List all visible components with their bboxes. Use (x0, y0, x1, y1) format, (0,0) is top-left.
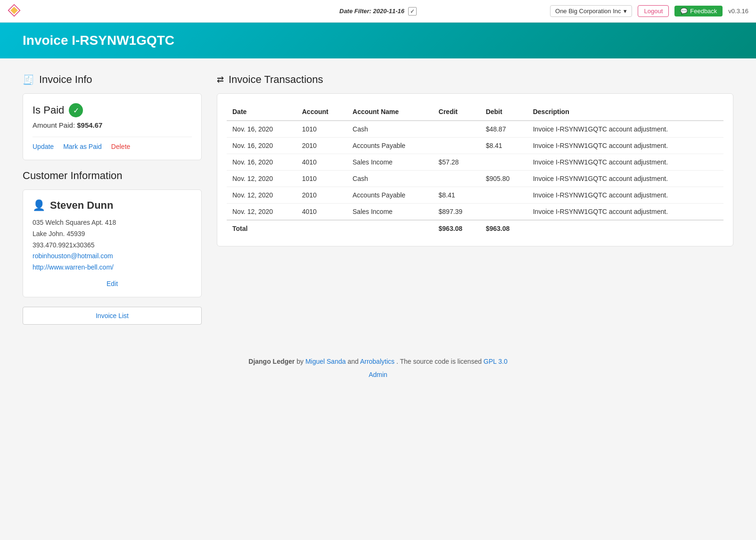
cell-description: Invoice I-RSYNW1GQTC account adjustment. (527, 154, 723, 171)
cell-description: Invoice I-RSYNW1GQTC account adjustment. (527, 138, 723, 154)
customer-email-link[interactable]: robinhouston@hotmail.com (33, 252, 113, 260)
footer-admin-link[interactable]: Admin (369, 371, 387, 378)
footer: Django Ledger by Miguel Sanda and Arroba… (0, 340, 756, 396)
cell-credit (433, 138, 480, 154)
person-icon: 👤 (33, 199, 45, 212)
customer-address-line2: Lake John. 45939 (33, 229, 192, 240)
customer-email: robinhouston@hotmail.com (33, 251, 192, 262)
mark-as-paid-button[interactable]: Mark as Paid (63, 143, 102, 150)
invoice-info-title: 🧾 Invoice Info (23, 74, 202, 86)
total-credit: $963.08 (433, 220, 480, 237)
cell-description: Invoice I-RSYNW1GQTC account adjustment. (527, 204, 723, 221)
right-panel: ⇄ Invoice Transactions Date Account Acco… (217, 74, 733, 246)
company-select[interactable]: One Big Corporation Inc ▾ (550, 5, 632, 17)
footer-by: by (296, 358, 305, 365)
total-debit: $963.08 (480, 220, 527, 237)
cell-credit (433, 121, 480, 138)
date-filter-area: Date Filter: 2020-11-16 ✓ (339, 7, 417, 16)
cell-account: 1010 (296, 171, 347, 187)
cell-account-name: Accounts Payable (347, 138, 433, 154)
col-account-name: Account Name (347, 103, 433, 121)
total-row: Total $963.08 $963.08 (227, 220, 723, 237)
amount-paid-label: Amount Paid: (33, 121, 75, 129)
cell-debit: $8.41 (480, 138, 527, 154)
chevron-down-icon: ▾ (624, 8, 627, 15)
logo[interactable] (8, 4, 21, 18)
col-description: Description (527, 103, 723, 121)
total-account-name (347, 220, 433, 237)
navbar-right: One Big Corporation Inc ▾ Logout 💬 Feedb… (550, 5, 748, 17)
amount-paid: Amount Paid: $954.67 (33, 121, 192, 129)
table-row: Nov. 12, 2020 2010 Accounts Payable $8.4… (227, 187, 723, 204)
navbar: Date Filter: 2020-11-16 ✓ One Big Corpor… (0, 0, 756, 23)
invoice-list-button[interactable]: Invoice List (23, 307, 202, 325)
invoice-info-label: Invoice Info (39, 74, 92, 86)
cell-account: 1010 (296, 121, 347, 138)
footer-admin: Admin (15, 368, 741, 381)
feedback-label: Feedback (690, 8, 717, 15)
cell-credit: $8.41 (433, 187, 480, 204)
cell-credit: $57.28 (433, 154, 480, 171)
cell-account-name: Cash (347, 121, 433, 138)
table-row: Nov. 16, 2020 2010 Accounts Payable $8.4… (227, 138, 723, 154)
page-header: Invoice I-RSYNW1GQTC (0, 23, 756, 58)
cell-date: Nov. 16, 2020 (227, 121, 296, 138)
cell-credit (433, 171, 480, 187)
cell-debit: $905.80 (480, 171, 527, 187)
customer-phone: 393.470.9921x30365 (33, 240, 192, 251)
table-row: Nov. 12, 2020 4010 Sales Income $897.39 … (227, 204, 723, 221)
is-paid-row: Is Paid ✓ (33, 103, 192, 117)
cell-account: 2010 (296, 138, 347, 154)
company-name: One Big Corporation Inc (555, 8, 621, 15)
customer-info-card: 👤 Steven Dunn 035 Welch Squares Apt. 418… (23, 189, 202, 297)
footer-license-link[interactable]: GPL 3.0 (484, 358, 508, 365)
customer-name: Steven Dunn (50, 199, 113, 212)
date-filter-checkbox[interactable]: ✓ (408, 7, 417, 16)
cell-account: 4010 (296, 204, 347, 221)
cell-account: 4010 (296, 154, 347, 171)
edit-customer-button[interactable]: Edit (33, 280, 192, 287)
cell-account-name: Accounts Payable (347, 187, 433, 204)
table-header-row: Date Account Account Name Credit Debit D… (227, 103, 723, 121)
feedback-button[interactable]: 💬 Feedback (674, 6, 723, 16)
footer-author1-link[interactable]: Miguel Sanda (305, 358, 346, 365)
amount-paid-value: $954.67 (77, 121, 102, 129)
main-content: 🧾 Invoice Info Is Paid ✓ Amount Paid: $9… (0, 58, 756, 340)
left-panel: 🧾 Invoice Info Is Paid ✓ Amount Paid: $9… (23, 74, 202, 325)
cell-account-name: Sales Income (347, 204, 433, 221)
cell-account-name: Sales Income (347, 154, 433, 171)
cell-debit (480, 204, 527, 221)
customer-name-row: 👤 Steven Dunn (33, 199, 192, 212)
transactions-card: Date Account Account Name Credit Debit D… (217, 93, 733, 246)
update-button[interactable]: Update (33, 143, 54, 150)
footer-and: and (347, 358, 360, 365)
cell-credit: $897.39 (433, 204, 480, 221)
invoice-info-card: Is Paid ✓ Amount Paid: $954.67 Update Ma… (23, 93, 202, 160)
logout-button[interactable]: Logout (638, 5, 669, 17)
customer-website: http://www.warren-bell.com/ (33, 262, 192, 273)
comment-icon: 💬 (680, 8, 688, 15)
table-row: Nov. 12, 2020 1010 Cash $905.80 Invoice … (227, 171, 723, 187)
col-date: Date (227, 103, 296, 121)
customer-website-link[interactable]: http://www.warren-bell.com/ (33, 263, 114, 271)
footer-author2-link[interactable]: Arrobalytics (360, 358, 394, 365)
customer-info-label: Customer Information (23, 170, 123, 182)
cell-debit: $48.87 (480, 121, 527, 138)
page-title: Invoice I-RSYNW1GQTC (23, 33, 733, 48)
transactions-title: ⇄ Invoice Transactions (217, 74, 733, 86)
cell-account: 2010 (296, 187, 347, 204)
cell-date: Nov. 16, 2020 (227, 138, 296, 154)
version-label: v0.3.16 (728, 8, 748, 15)
transactions-label: Invoice Transactions (229, 74, 323, 86)
cell-debit (480, 154, 527, 171)
footer-text-after: . The source code is licensed (396, 358, 484, 365)
table-row: Nov. 16, 2020 1010 Cash $48.87 Invoice I… (227, 121, 723, 138)
cell-description: Invoice I-RSYNW1GQTC account adjustment. (527, 171, 723, 187)
transactions-table: Date Account Account Name Credit Debit D… (227, 103, 723, 237)
col-credit: Credit (433, 103, 480, 121)
table-row: Nov. 16, 2020 4010 Sales Income $57.28 I… (227, 154, 723, 171)
delete-button[interactable]: Delete (111, 143, 130, 150)
transfer-icon: ⇄ (217, 74, 224, 85)
cell-date: Nov. 12, 2020 (227, 204, 296, 221)
customer-details: 035 Welch Squares Apt. 418 Lake John. 45… (33, 217, 192, 273)
